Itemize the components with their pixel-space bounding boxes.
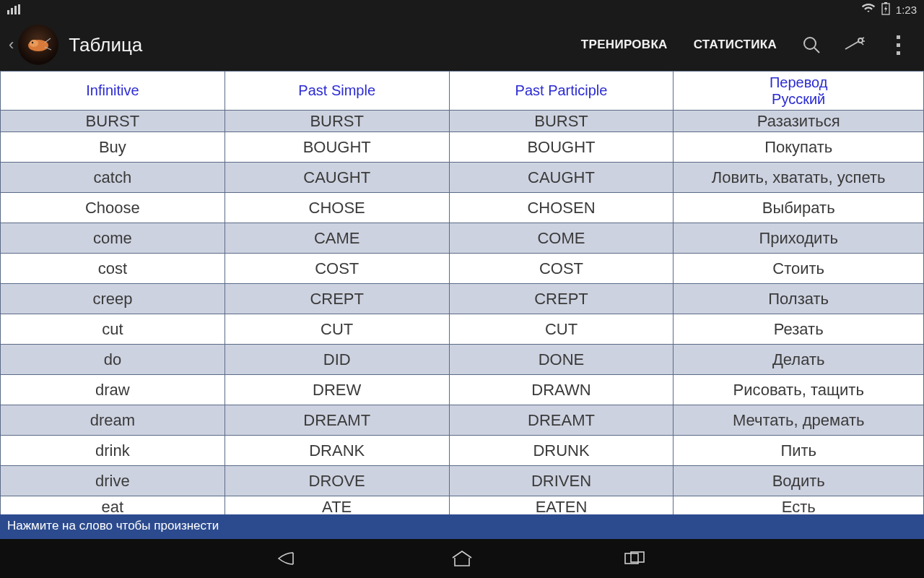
verb-cell[interactable]: BOUGHT bbox=[449, 132, 674, 163]
verb-cell[interactable]: creep bbox=[1, 284, 225, 314]
nav-back-button[interactable] bbox=[267, 544, 310, 573]
table-row: drawDREWDRAWNРисовать, тащить bbox=[1, 375, 924, 405]
table-row: catchCAUGHTCAUGHTЛовить, хватать, успеть bbox=[1, 163, 924, 193]
verb-cell[interactable]: DRAWN bbox=[449, 375, 674, 405]
verb-cell[interactable]: cut bbox=[1, 314, 225, 345]
verbs-table-container[interactable]: Infinitive Past Simple Past Participle П… bbox=[0, 71, 924, 539]
battery-charging-icon bbox=[881, 2, 890, 17]
status-clock: 1:23 bbox=[896, 4, 917, 16]
svg-point-4 bbox=[32, 42, 33, 43]
page-title: Таблица bbox=[69, 34, 142, 56]
signal-bars-icon bbox=[7, 4, 20, 14]
verb-cell[interactable]: drink bbox=[1, 436, 225, 466]
verb-cell[interactable]: cost bbox=[1, 254, 225, 284]
verb-cell[interactable]: Водить bbox=[674, 466, 924, 496]
verb-cell[interactable]: Choose bbox=[1, 193, 225, 223]
verb-cell[interactable]: DID bbox=[225, 345, 449, 375]
table-row: cutCUTCUTРезать bbox=[1, 314, 924, 345]
nav-home-button[interactable] bbox=[440, 544, 484, 573]
svg-line-6 bbox=[814, 48, 819, 53]
table-row: BuyBOUGHTBOUGHTПокупать bbox=[1, 132, 924, 163]
table-row: creepCREPTCREPTПолзать bbox=[1, 284, 924, 314]
verb-cell[interactable]: draw bbox=[1, 375, 225, 405]
verb-cell[interactable]: BURST bbox=[225, 111, 449, 132]
verbs-table: Infinitive Past Simple Past Participle П… bbox=[0, 71, 924, 518]
verb-cell[interactable]: CUT bbox=[449, 314, 674, 345]
verb-cell[interactable]: Рисовать, тащить bbox=[674, 375, 924, 405]
svg-point-5 bbox=[804, 38, 816, 49]
table-row: driveDROVEDRIVENВодить bbox=[1, 466, 924, 496]
wifi-icon bbox=[861, 3, 876, 17]
verb-cell[interactable]: drive bbox=[1, 466, 225, 496]
back-chevron-icon[interactable]: ‹ bbox=[6, 35, 15, 54]
verb-cell[interactable]: Стоить bbox=[674, 254, 924, 284]
header-infinitive[interactable]: Infinitive bbox=[1, 72, 225, 111]
verb-cell[interactable]: COST bbox=[225, 254, 449, 284]
verb-cell[interactable]: COME bbox=[449, 223, 674, 254]
nav-recents-button[interactable] bbox=[614, 544, 657, 573]
svg-rect-1 bbox=[884, 2, 887, 4]
verb-cell[interactable]: Приходить bbox=[674, 223, 924, 254]
verb-cell[interactable]: DROVE bbox=[225, 466, 449, 496]
verb-cell[interactable]: dream bbox=[1, 405, 225, 436]
stats-button[interactable]: СТАТИСТИКА bbox=[682, 38, 788, 52]
verb-cell[interactable]: DONE bbox=[449, 345, 674, 375]
verb-cell[interactable]: CUT bbox=[225, 314, 449, 345]
verb-cell[interactable]: do bbox=[1, 345, 225, 375]
table-row: comeCAMECOMEПриходить bbox=[1, 223, 924, 254]
table-row: ChooseCHOSECHOSENВыбирать bbox=[1, 193, 924, 223]
verb-cell[interactable]: DREW bbox=[225, 375, 449, 405]
table-row: BURSTBURSTBURSTРазазиться bbox=[1, 111, 924, 132]
verb-cell[interactable]: BURST bbox=[1, 111, 225, 132]
verb-cell[interactable]: Ловить, хватать, успеть bbox=[674, 163, 924, 193]
header-past-participle[interactable]: Past Participle bbox=[449, 72, 674, 111]
verb-cell[interactable]: CREPT bbox=[225, 284, 449, 314]
verb-cell[interactable]: Buy bbox=[1, 132, 225, 163]
verb-cell[interactable]: DREAMT bbox=[225, 405, 449, 436]
verb-cell[interactable]: CAUGHT bbox=[449, 163, 674, 193]
verb-cell[interactable]: Делать bbox=[674, 345, 924, 375]
verb-cell[interactable]: come bbox=[1, 223, 225, 254]
overflow-menu-button[interactable] bbox=[878, 25, 918, 65]
table-header-row: Infinitive Past Simple Past Participle П… bbox=[1, 72, 924, 111]
table-row: costCOSTCOSTСтоить bbox=[1, 254, 924, 284]
verb-cell[interactable]: CAME bbox=[225, 223, 449, 254]
verb-cell[interactable]: Выбирать bbox=[674, 193, 924, 223]
verb-cell[interactable]: DRIVEN bbox=[449, 466, 674, 496]
verb-cell[interactable]: CAUGHT bbox=[225, 163, 449, 193]
verb-cell[interactable]: Резать bbox=[674, 314, 924, 345]
action-bar: ‹ Таблица ТРЕНИРОВКА СТАТИСТИКА bbox=[0, 19, 924, 71]
app-icon[interactable] bbox=[18, 25, 58, 65]
system-nav-bar bbox=[0, 539, 924, 578]
verb-cell[interactable]: Разазиться bbox=[674, 111, 924, 132]
verb-cell[interactable]: BOUGHT bbox=[225, 132, 449, 163]
header-translation[interactable]: Перевод Русский bbox=[674, 72, 924, 111]
verb-cell[interactable]: CHOSEN bbox=[449, 193, 674, 223]
train-button[interactable]: ТРЕНИРОВКА bbox=[570, 38, 679, 52]
header-past-simple[interactable]: Past Simple bbox=[225, 72, 449, 111]
verb-cell[interactable]: BURST bbox=[449, 111, 674, 132]
verb-cell[interactable]: Пить bbox=[674, 436, 924, 466]
hint-bar: Нажмите на слово чтобы произнести bbox=[0, 514, 924, 539]
svg-point-3 bbox=[30, 40, 38, 47]
search-button[interactable] bbox=[791, 25, 832, 65]
status-bar: 1:23 bbox=[0, 0, 924, 19]
verb-cell[interactable]: catch bbox=[1, 163, 225, 193]
settings-button[interactable] bbox=[834, 25, 875, 65]
verb-cell[interactable]: COST bbox=[449, 254, 674, 284]
table-row: dreamDREAMTDREAMTМечтать, дремать bbox=[1, 405, 924, 436]
verb-cell[interactable]: DRANK bbox=[225, 436, 449, 466]
overflow-dots-icon bbox=[897, 35, 900, 55]
verb-cell[interactable]: Ползать bbox=[674, 284, 924, 314]
verb-cell[interactable]: DREAMT bbox=[449, 405, 674, 436]
table-row: drinkDRANKDRUNKПить bbox=[1, 436, 924, 466]
verb-cell[interactable]: DRUNK bbox=[449, 436, 674, 466]
verb-cell[interactable]: Мечтать, дремать bbox=[674, 405, 924, 436]
verb-cell[interactable]: CHOSE bbox=[225, 193, 449, 223]
verb-cell[interactable]: CREPT bbox=[449, 284, 674, 314]
verb-cell[interactable]: Покупать bbox=[674, 132, 924, 163]
table-row: doDIDDONEДелать bbox=[1, 345, 924, 375]
